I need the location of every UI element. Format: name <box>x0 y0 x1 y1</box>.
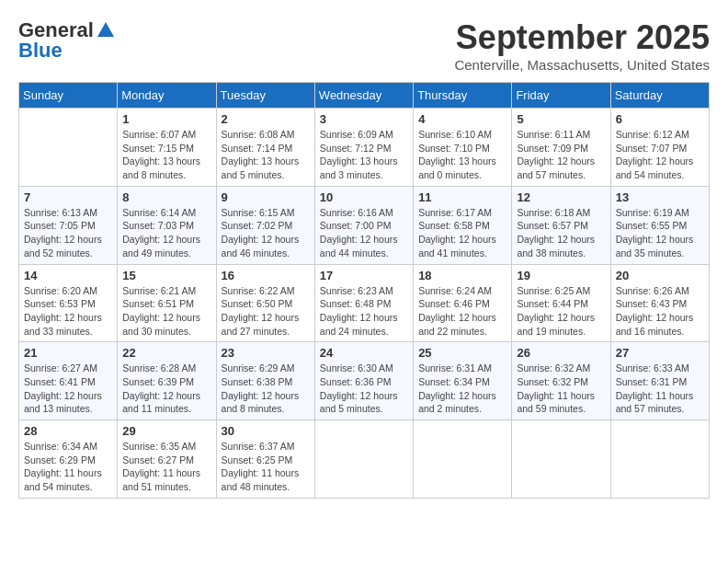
logo-blue: Blue <box>18 39 63 63</box>
day-number: 16 <box>222 269 310 282</box>
day-info: Sunrise: 6:22 AMSunset: 6:50 PMDaylight:… <box>222 284 310 339</box>
calendar-cell: 4Sunrise: 6:10 AMSunset: 7:10 PMDaylight… <box>414 109 512 187</box>
location: Centerville, Massachusetts, United State… <box>454 57 710 73</box>
day-number: 14 <box>24 269 112 282</box>
calendar-cell: 19Sunrise: 6:25 AMSunset: 6:44 PMDayligh… <box>512 264 610 342</box>
day-info: Sunrise: 6:07 AMSunset: 7:15 PMDaylight:… <box>122 128 210 182</box>
day-number: 25 <box>418 346 506 360</box>
day-info: Sunrise: 6:33 AMSunset: 6:31 PMDaylight:… <box>616 362 704 416</box>
calendar-cell <box>19 109 118 187</box>
logo-icon <box>96 20 116 40</box>
day-number: 24 <box>320 346 408 360</box>
calendar-cell: 26Sunrise: 6:32 AMSunset: 6:32 PMDayligh… <box>512 342 610 420</box>
day-number: 22 <box>122 346 210 360</box>
day-number: 11 <box>418 190 506 204</box>
weekday-header: Sunday <box>19 83 118 109</box>
calendar-cell <box>610 420 709 499</box>
calendar-cell: 2Sunrise: 6:08 AMSunset: 7:14 PMDaylight… <box>216 109 314 187</box>
day-info: Sunrise: 6:26 AMSunset: 6:43 PMDaylight:… <box>616 284 704 339</box>
day-info: Sunrise: 6:34 AMSunset: 6:29 PMDaylight:… <box>24 440 112 494</box>
calendar-cell: 23Sunrise: 6:29 AMSunset: 6:38 PMDayligh… <box>216 342 314 420</box>
day-info: Sunrise: 6:31 AMSunset: 6:34 PMDaylight:… <box>418 362 506 416</box>
day-number: 2 <box>222 112 310 126</box>
page-header: General Blue September 2025 Centerville,… <box>18 18 710 73</box>
day-info: Sunrise: 6:20 AMSunset: 6:53 PMDaylight:… <box>24 284 112 339</box>
day-info: Sunrise: 6:13 AMSunset: 7:05 PMDaylight:… <box>24 206 112 260</box>
calendar-cell: 25Sunrise: 6:31 AMSunset: 6:34 PMDayligh… <box>414 342 512 420</box>
calendar-cell <box>512 420 610 499</box>
day-info: Sunrise: 6:19 AMSunset: 6:55 PMDaylight:… <box>616 206 704 260</box>
day-info: Sunrise: 6:08 AMSunset: 7:14 PMDaylight:… <box>222 128 310 182</box>
calendar-cell: 11Sunrise: 6:17 AMSunset: 6:58 PMDayligh… <box>414 186 512 264</box>
calendar-week-row: 7Sunrise: 6:13 AMSunset: 7:05 PMDaylight… <box>19 186 710 264</box>
day-number: 12 <box>517 190 605 204</box>
calendar-cell <box>414 420 512 499</box>
day-number: 20 <box>616 269 704 282</box>
day-number: 13 <box>616 190 704 204</box>
day-number: 18 <box>418 269 506 282</box>
day-info: Sunrise: 6:17 AMSunset: 6:58 PMDaylight:… <box>418 206 506 260</box>
day-number: 7 <box>24 190 112 204</box>
day-info: Sunrise: 6:23 AMSunset: 6:48 PMDaylight:… <box>320 284 408 339</box>
calendar-cell <box>314 420 413 499</box>
day-info: Sunrise: 6:12 AMSunset: 7:07 PMDaylight:… <box>616 128 704 182</box>
calendar-cell: 14Sunrise: 6:20 AMSunset: 6:53 PMDayligh… <box>19 264 118 342</box>
day-info: Sunrise: 6:21 AMSunset: 6:51 PMDaylight:… <box>122 284 210 339</box>
day-number: 10 <box>320 190 408 204</box>
calendar-cell: 13Sunrise: 6:19 AMSunset: 6:55 PMDayligh… <box>610 186 709 264</box>
weekday-header: Wednesday <box>314 83 413 109</box>
day-info: Sunrise: 6:14 AMSunset: 7:03 PMDaylight:… <box>122 206 210 260</box>
calendar-cell: 28Sunrise: 6:34 AMSunset: 6:29 PMDayligh… <box>19 420 118 499</box>
day-info: Sunrise: 6:29 AMSunset: 6:38 PMDaylight:… <box>222 362 310 416</box>
day-number: 5 <box>517 112 605 126</box>
day-number: 29 <box>122 424 210 438</box>
calendar-cell: 17Sunrise: 6:23 AMSunset: 6:48 PMDayligh… <box>314 264 413 342</box>
day-info: Sunrise: 6:15 AMSunset: 7:02 PMDaylight:… <box>222 206 310 260</box>
day-number: 15 <box>122 269 210 282</box>
calendar-cell: 3Sunrise: 6:09 AMSunset: 7:12 PMDaylight… <box>314 109 413 187</box>
calendar-week-row: 1Sunrise: 6:07 AMSunset: 7:15 PMDaylight… <box>19 109 710 187</box>
day-number: 6 <box>616 112 704 126</box>
day-number: 30 <box>222 424 310 438</box>
day-number: 8 <box>122 190 210 204</box>
calendar-cell: 7Sunrise: 6:13 AMSunset: 7:05 PMDaylight… <box>19 186 118 264</box>
day-number: 28 <box>24 424 112 438</box>
day-number: 19 <box>517 269 605 282</box>
calendar-cell: 21Sunrise: 6:27 AMSunset: 6:41 PMDayligh… <box>19 342 118 420</box>
calendar-header-row: SundayMondayTuesdayWednesdayThursdayFrid… <box>19 83 710 109</box>
day-info: Sunrise: 6:35 AMSunset: 6:27 PMDaylight:… <box>122 440 210 494</box>
day-number: 9 <box>222 190 310 204</box>
calendar-cell: 8Sunrise: 6:14 AMSunset: 7:03 PMDaylight… <box>118 186 216 264</box>
calendar-week-row: 14Sunrise: 6:20 AMSunset: 6:53 PMDayligh… <box>19 264 710 342</box>
day-info: Sunrise: 6:09 AMSunset: 7:12 PMDaylight:… <box>320 128 408 182</box>
calendar: SundayMondayTuesdayWednesdayThursdayFrid… <box>18 82 710 499</box>
month-title: September 2025 <box>454 18 710 57</box>
weekday-header: Monday <box>118 83 216 109</box>
day-info: Sunrise: 6:28 AMSunset: 6:39 PMDaylight:… <box>122 362 210 416</box>
calendar-cell: 12Sunrise: 6:18 AMSunset: 6:57 PMDayligh… <box>512 186 610 264</box>
day-info: Sunrise: 6:16 AMSunset: 7:00 PMDaylight:… <box>320 206 408 260</box>
calendar-cell: 9Sunrise: 6:15 AMSunset: 7:02 PMDaylight… <box>216 186 314 264</box>
logo: General Blue <box>18 18 116 63</box>
calendar-cell: 5Sunrise: 6:11 AMSunset: 7:09 PMDaylight… <box>512 109 610 187</box>
day-info: Sunrise: 6:24 AMSunset: 6:46 PMDaylight:… <box>418 284 506 339</box>
day-info: Sunrise: 6:32 AMSunset: 6:32 PMDaylight:… <box>517 362 605 416</box>
weekday-header: Thursday <box>414 83 512 109</box>
calendar-cell: 18Sunrise: 6:24 AMSunset: 6:46 PMDayligh… <box>414 264 512 342</box>
weekday-header: Friday <box>512 83 610 109</box>
calendar-cell: 6Sunrise: 6:12 AMSunset: 7:07 PMDaylight… <box>610 109 709 187</box>
day-info: Sunrise: 6:25 AMSunset: 6:44 PMDaylight:… <box>517 284 605 339</box>
day-number: 3 <box>320 112 408 126</box>
title-block: September 2025 Centerville, Massachusett… <box>454 18 710 73</box>
day-info: Sunrise: 6:11 AMSunset: 7:09 PMDaylight:… <box>517 128 605 182</box>
day-info: Sunrise: 6:10 AMSunset: 7:10 PMDaylight:… <box>418 128 506 182</box>
calendar-cell: 27Sunrise: 6:33 AMSunset: 6:31 PMDayligh… <box>610 342 709 420</box>
calendar-week-row: 21Sunrise: 6:27 AMSunset: 6:41 PMDayligh… <box>19 342 710 420</box>
day-number: 23 <box>222 346 310 360</box>
calendar-cell: 1Sunrise: 6:07 AMSunset: 7:15 PMDaylight… <box>118 109 216 187</box>
day-info: Sunrise: 6:18 AMSunset: 6:57 PMDaylight:… <box>517 206 605 260</box>
calendar-cell: 29Sunrise: 6:35 AMSunset: 6:27 PMDayligh… <box>118 420 216 499</box>
day-info: Sunrise: 6:27 AMSunset: 6:41 PMDaylight:… <box>24 362 112 416</box>
day-number: 27 <box>616 346 704 360</box>
day-number: 17 <box>320 269 408 282</box>
